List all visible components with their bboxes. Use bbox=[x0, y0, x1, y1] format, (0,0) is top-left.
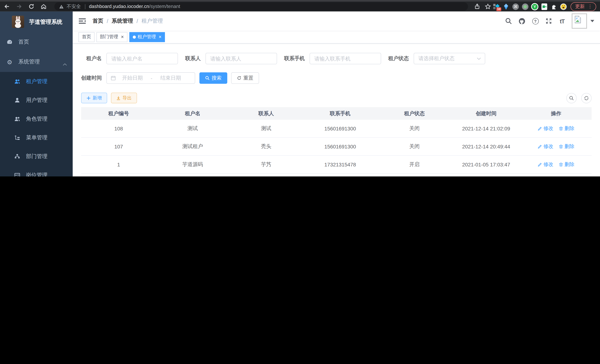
header-search-icon[interactable] bbox=[505, 18, 512, 25]
tab-close-icon[interactable]: × bbox=[121, 35, 124, 39]
sidebar-item-system[interactable]: ⚙ 系统管理 bbox=[0, 52, 73, 72]
browser-forward-icon[interactable] bbox=[16, 3, 22, 10]
sidebar-item-tenant[interactable]: 租户管理 bbox=[0, 72, 73, 91]
share-icon[interactable] bbox=[474, 3, 480, 10]
extension-command-icon[interactable]: ⌘ bbox=[512, 3, 519, 10]
export-button[interactable]: 导出 bbox=[111, 93, 137, 103]
breadcrumb-home[interactable]: 首页 bbox=[93, 18, 103, 25]
extension-balloon-icon[interactable] bbox=[503, 3, 509, 10]
extension-puzzle-icon[interactable] bbox=[551, 3, 557, 10]
cell-mobile: 17321315478 bbox=[303, 162, 377, 167]
browser-reload-icon[interactable] bbox=[28, 3, 35, 10]
chrome-menu-icon[interactable]: ⋮ bbox=[588, 4, 592, 9]
avatar-caret-icon[interactable] bbox=[590, 20, 594, 22]
app-title: 芋道管理系统 bbox=[29, 18, 62, 25]
extension-recorder-icon[interactable] bbox=[522, 3, 528, 10]
add-button[interactable]: 新增 bbox=[81, 93, 107, 103]
breadcrumb-current: 租户管理 bbox=[141, 18, 163, 25]
contact-input[interactable] bbox=[205, 53, 277, 64]
sidebar-item-label: 租户管理 bbox=[26, 78, 47, 85]
delete-link[interactable]: 删除 bbox=[559, 125, 575, 132]
breadcrumb-system[interactable]: 系统管理 bbox=[112, 18, 133, 25]
sidebar-item-home[interactable]: 首页 bbox=[0, 32, 73, 52]
edit-link[interactable]: 修改 bbox=[538, 143, 553, 150]
refresh-icon bbox=[584, 95, 589, 101]
sidebar-item-user[interactable]: 用户管理 bbox=[0, 91, 73, 110]
sidebar-item-label: 用户管理 bbox=[26, 97, 47, 103]
cell-mobile: 15601691300 bbox=[303, 126, 377, 131]
cell-status: 开启 bbox=[377, 161, 452, 168]
calendar-icon bbox=[111, 75, 116, 81]
sidebar-item-label: 角色管理 bbox=[26, 115, 47, 122]
tab-label: 租户管理 bbox=[138, 34, 156, 40]
tab-close-icon[interactable]: × bbox=[159, 35, 162, 39]
show-search-toggle-button[interactable] bbox=[566, 93, 577, 103]
sidebar-item-label: 系统管理 bbox=[18, 59, 40, 65]
filter-label-create-time: 创建时间 bbox=[81, 75, 106, 82]
edit-icon bbox=[538, 162, 542, 167]
sidebar-logo[interactable]: 芋道管理系统 bbox=[0, 11, 73, 32]
avatar[interactable] bbox=[572, 13, 587, 29]
create-time-range-picker[interactable]: 开始日期 - 结束日期 bbox=[106, 72, 195, 84]
github-icon[interactable] bbox=[519, 18, 525, 25]
reset-button[interactable]: 重置 bbox=[231, 72, 259, 84]
tab-label: 部门管理 bbox=[100, 34, 118, 40]
browser-home-icon[interactable] bbox=[41, 3, 47, 10]
tab-dept[interactable]: 部门管理 × bbox=[96, 32, 127, 42]
edit-icon bbox=[538, 144, 542, 149]
font-size-icon[interactable]: tT bbox=[559, 18, 565, 25]
page-content: 租户名 联系人 联系手机 租户状态 请选择租户状态 bbox=[73, 44, 600, 177]
extension-pinned-icon[interactable]: 10 bbox=[493, 3, 500, 10]
col-tenant-name: 租户名 bbox=[156, 110, 229, 117]
cell-create-time: 2021-12-14 20:49:44 bbox=[452, 144, 521, 149]
tab-home[interactable]: 首页 bbox=[78, 32, 95, 42]
cell-status: 关闭 bbox=[377, 125, 452, 132]
cell-create-time: 2021-01-05 17:03:47 bbox=[452, 162, 521, 167]
address-bar[interactable]: 不安全 dashboard.yudao.iocoder.cn /system/t… bbox=[54, 2, 468, 10]
filter-row-2: 创建时间 开始日期 - 结束日期 搜索 重置 bbox=[81, 72, 591, 84]
chrome-update-button[interactable]: 更新 ⋮ bbox=[571, 2, 596, 11]
delete-link[interactable]: 删除 bbox=[559, 143, 575, 150]
chevron-up-icon bbox=[63, 61, 67, 67]
delete-link[interactable]: 删除 bbox=[559, 161, 575, 168]
mobile-input[interactable] bbox=[309, 53, 381, 64]
help-icon[interactable]: ? bbox=[532, 18, 539, 25]
id-card-icon bbox=[14, 172, 20, 177]
trash-icon bbox=[559, 144, 563, 149]
col-actions: 操作 bbox=[521, 110, 591, 117]
breadcrumb: 首页 / 系统管理 / 租户管理 bbox=[93, 18, 163, 25]
fullscreen-icon[interactable] bbox=[545, 18, 552, 25]
col-tenant-id: 租户编号 bbox=[81, 110, 156, 117]
extension-y-icon[interactable]: Y bbox=[532, 3, 538, 10]
tab-tenant[interactable]: 租户管理 × bbox=[129, 32, 165, 42]
sidebar-item-role[interactable]: 角色管理 bbox=[0, 110, 73, 128]
cell-tenant-id: 1 bbox=[81, 162, 156, 167]
sidebar-item-post[interactable]: 岗位管理 bbox=[0, 166, 73, 177]
tenant-status-select[interactable]: 请选择租户状态 bbox=[413, 53, 485, 64]
sidebar-menu: 首页 ⚙ 系统管理 租户管理 bbox=[0, 32, 73, 177]
edit-link[interactable]: 修改 bbox=[538, 125, 553, 132]
browser-chrome: 不安全 dashboard.yudao.iocoder.cn /system/t… bbox=[0, 0, 600, 11]
export-label: 导出 bbox=[122, 95, 132, 101]
search-button[interactable]: 搜索 bbox=[199, 72, 227, 84]
tenant-name-input[interactable] bbox=[106, 53, 178, 64]
sidebar-item-label: 首页 bbox=[18, 38, 29, 46]
broken-image-icon bbox=[574, 15, 582, 24]
extension-camera-icon[interactable] bbox=[541, 3, 547, 10]
browser-back-icon[interactable] bbox=[4, 3, 10, 10]
bookmark-star-icon[interactable] bbox=[485, 3, 491, 10]
sidebar-item-label: 菜单管理 bbox=[26, 134, 47, 141]
edit-link[interactable]: 修改 bbox=[538, 161, 553, 168]
plus-icon bbox=[86, 96, 91, 100]
sidebar-item-dept[interactable]: 部门管理 bbox=[0, 147, 73, 166]
sidebar-fold-icon[interactable] bbox=[78, 17, 86, 25]
edit-icon bbox=[538, 126, 542, 131]
extension-emoji-icon[interactable] bbox=[560, 3, 567, 10]
end-date-placeholder: 结束日期 bbox=[154, 75, 187, 82]
sidebar-item-menu-mgmt[interactable]: 菜单管理 bbox=[0, 128, 73, 147]
tenant-table: 租户编号 租户名 联系人 联系手机 租户状态 创建时间 操作 108 测试 测试… bbox=[81, 107, 591, 174]
dashboard-icon bbox=[7, 39, 13, 45]
col-mobile: 联系手机 bbox=[303, 110, 377, 117]
table-toolbar: 新增 导出 bbox=[81, 93, 591, 103]
refresh-table-button[interactable] bbox=[581, 93, 592, 103]
